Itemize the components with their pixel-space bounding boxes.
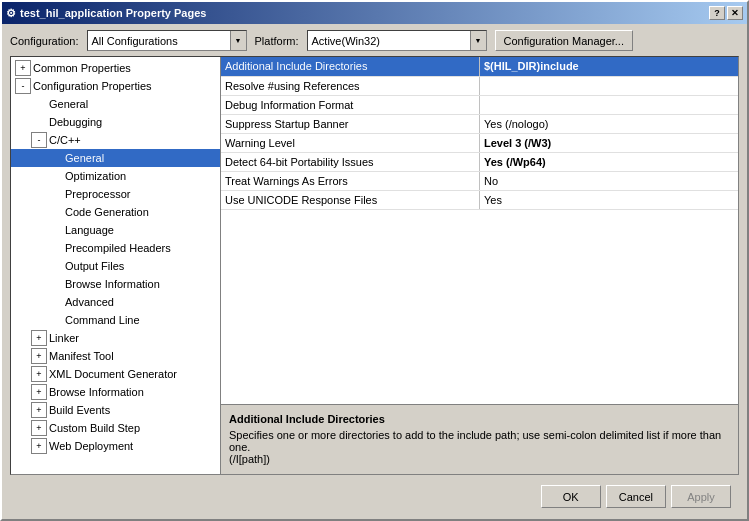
tree-label-custom-build: Custom Build Step — [49, 422, 140, 434]
tree-item-output-files[interactable]: Output Files — [11, 257, 220, 275]
tree-expander-config-props[interactable]: - — [15, 78, 31, 94]
tree-item-browse-info[interactable]: +Browse Information — [11, 383, 220, 401]
tree-label-code-gen: Code Generation — [65, 206, 149, 218]
prop-value-warning-level: Level 3 (/W3) — [480, 133, 739, 152]
tree-item-optimization[interactable]: Optimization — [11, 167, 220, 185]
table-row[interactable]: Warning LevelLevel 3 (/W3) — [221, 133, 738, 152]
prop-value-suppress-banner: Yes (/nologo) — [480, 114, 739, 133]
tree-item-manifest-tool[interactable]: +Manifest Tool — [11, 347, 220, 365]
title-bar-buttons: ? ✕ — [709, 6, 743, 20]
config-label: Configuration: — [10, 35, 79, 47]
help-button[interactable]: ? — [709, 6, 725, 20]
tree-label-build-events: Build Events — [49, 404, 110, 416]
tree-item-precompiled[interactable]: Precompiled Headers — [11, 239, 220, 257]
table-row[interactable]: Detect 64-bit Portability IssuesYes (/Wp… — [221, 152, 738, 171]
tree-expander-linker[interactable]: + — [31, 330, 47, 346]
tree-item-language[interactable]: Language — [11, 221, 220, 239]
tree-expander-cpp[interactable]: - — [31, 132, 47, 148]
prop-name-treat-warnings: Treat Warnings As Errors — [221, 171, 480, 190]
tree-label-browse-info-cpp: Browse Information — [65, 278, 160, 290]
config-combo[interactable]: All Configurations — [87, 30, 247, 51]
prop-name-resolve-using: Resolve #using References — [221, 76, 480, 95]
tree-item-debugging[interactable]: Debugging — [11, 113, 220, 131]
prop-name-debug-info: Debug Information Format — [221, 95, 480, 114]
tree-item-command-line[interactable]: Command Line — [11, 311, 220, 329]
tree-label-advanced-cpp: Advanced — [65, 296, 114, 308]
tree-label-debugging: Debugging — [49, 116, 102, 128]
close-button[interactable]: ✕ — [727, 6, 743, 20]
platform-combo-value: Active(Win32) — [308, 35, 470, 47]
right-panel: Additional Include Directories$(HIL_DIR)… — [221, 57, 738, 474]
tree-item-general[interactable]: General — [11, 95, 220, 113]
config-manager-button[interactable]: Configuration Manager... — [495, 30, 633, 51]
tree-label-xml-doc: XML Document Generator — [49, 368, 177, 380]
ok-button[interactable]: OK — [541, 485, 601, 508]
description-title: Additional Include Directories — [229, 413, 730, 425]
tree-expander-build-events[interactable]: + — [31, 402, 47, 418]
tree-item-config-props[interactable]: -Configuration Properties — [11, 77, 220, 95]
tree-label-preprocessor: Preprocessor — [65, 188, 130, 200]
prop-name-add-include: Additional Include Directories — [221, 57, 480, 76]
table-row[interactable]: Suppress Startup BannerYes (/nologo) — [221, 114, 738, 133]
prop-value-add-include: $(HIL_DIR)include — [480, 57, 739, 76]
tree-label-manifest-tool: Manifest Tool — [49, 350, 114, 362]
props-table-container: Additional Include Directories$(HIL_DIR)… — [221, 57, 738, 404]
config-combo-value: All Configurations — [88, 35, 230, 47]
platform-combo[interactable]: Active(Win32) — [307, 30, 487, 51]
tree-item-linker[interactable]: +Linker — [11, 329, 220, 347]
tree-expander-web-deploy[interactable]: + — [31, 438, 47, 454]
tree-item-common-props[interactable]: +Common Properties — [11, 59, 220, 77]
tree-label-optimization: Optimization — [65, 170, 126, 182]
prop-value-treat-warnings: No — [480, 171, 739, 190]
table-row[interactable]: Use UNICODE Response FilesYes — [221, 190, 738, 209]
tree-label-web-deploy: Web Deployment — [49, 440, 133, 452]
platform-combo-dropdown[interactable] — [470, 31, 486, 50]
tree-expander-manifest-tool[interactable]: + — [31, 348, 47, 364]
prop-name-warning-level: Warning Level — [221, 133, 480, 152]
apply-button[interactable]: Apply — [671, 485, 731, 508]
platform-label: Platform: — [255, 35, 299, 47]
tree-label-command-line: Command Line — [65, 314, 140, 326]
props-table: Additional Include Directories$(HIL_DIR)… — [221, 57, 738, 210]
property-pages-window: ⚙ test_hil_application Property Pages ? … — [0, 0, 749, 521]
tree-label-cpp: C/C++ — [49, 134, 81, 146]
prop-name-suppress-banner: Suppress Startup Banner — [221, 114, 480, 133]
tree-label-cpp-general: General — [65, 152, 104, 164]
tree-item-custom-build[interactable]: +Custom Build Step — [11, 419, 220, 437]
tree-label-browse-info: Browse Information — [49, 386, 144, 398]
tree-expander-browse-info[interactable]: + — [31, 384, 47, 400]
bottom-bar: OK Cancel Apply — [10, 480, 739, 513]
tree-expander-xml-doc[interactable]: + — [31, 366, 47, 382]
table-row[interactable]: Debug Information Format — [221, 95, 738, 114]
window-title-icon: ⚙ — [6, 7, 16, 20]
tree-label-output-files: Output Files — [65, 260, 124, 272]
table-row[interactable]: Treat Warnings As ErrorsNo — [221, 171, 738, 190]
tree-item-cpp-general[interactable]: General — [11, 149, 220, 167]
cancel-button[interactable]: Cancel — [606, 485, 666, 508]
tree-item-cpp[interactable]: -C/C++ — [11, 131, 220, 149]
tree-expander-common-props[interactable]: + — [15, 60, 31, 76]
main-content: +Common Properties-Configuration Propert… — [10, 56, 739, 475]
tree-item-xml-doc[interactable]: +XML Document Generator — [11, 365, 220, 383]
prop-name-detect-64bit: Detect 64-bit Portability Issues — [221, 152, 480, 171]
prop-value-debug-info — [480, 95, 739, 114]
tree-item-code-gen[interactable]: Code Generation — [11, 203, 220, 221]
tree-label-precompiled: Precompiled Headers — [65, 242, 171, 254]
tree-label-config-props: Configuration Properties — [33, 80, 152, 92]
table-row[interactable]: Additional Include Directories$(HIL_DIR)… — [221, 57, 738, 76]
tree-label-general: General — [49, 98, 88, 110]
title-bar: ⚙ test_hil_application Property Pages ? … — [2, 2, 747, 24]
window-title: test_hil_application Property Pages — [20, 7, 206, 19]
config-combo-dropdown[interactable] — [230, 31, 246, 50]
description-text: Specifies one or more directories to add… — [229, 429, 730, 465]
tree-label-linker: Linker — [49, 332, 79, 344]
tree-item-build-events[interactable]: +Build Events — [11, 401, 220, 419]
tree-expander-custom-build[interactable]: + — [31, 420, 47, 436]
table-row[interactable]: Resolve #using References — [221, 76, 738, 95]
tree-item-advanced-cpp[interactable]: Advanced — [11, 293, 220, 311]
tree-item-browse-info-cpp[interactable]: Browse Information — [11, 275, 220, 293]
prop-name-unicode-resp: Use UNICODE Response Files — [221, 190, 480, 209]
tree-item-web-deploy[interactable]: +Web Deployment — [11, 437, 220, 455]
prop-value-unicode-resp: Yes — [480, 190, 739, 209]
tree-item-preprocessor[interactable]: Preprocessor — [11, 185, 220, 203]
